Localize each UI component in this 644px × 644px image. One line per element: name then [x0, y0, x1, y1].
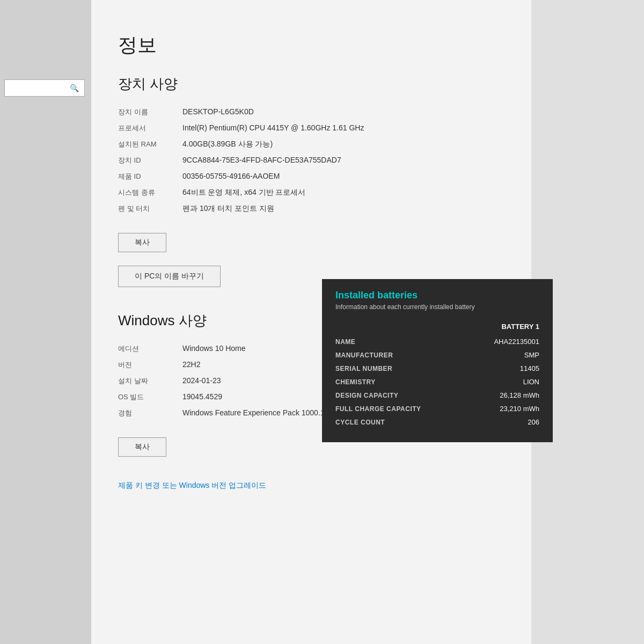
battery-column-header: BATTERY 1	[469, 320, 539, 335]
spec-value: 9CCA8844-75E3-4FFD-8AFC-DE53A755DAD7	[182, 152, 504, 169]
table-row: NAME AHA22135001	[335, 335, 539, 348]
spec-label: 설치된 RAM	[118, 136, 182, 152]
battery-label: CYCLE COUNT	[335, 415, 469, 429]
table-row: 펜 및 터치펜과 10개 터치 포인트 지원	[118, 201, 504, 217]
spec-value: 펜과 10개 터치 포인트 지원	[182, 201, 504, 217]
battery-overlay: Installed batteries Information about ea…	[322, 279, 553, 442]
device-section-title: 장치 사양	[118, 75, 504, 93]
rename-pc-button[interactable]: 이 PC의 이름 바꾸기	[118, 266, 221, 287]
spec-label: 시스템 종류	[118, 185, 182, 201]
battery-label: SERIAL NUMBER	[335, 362, 469, 375]
battery-table: BATTERY 1 NAME AHA22135001 MANUFACTURER …	[335, 320, 539, 429]
battery-value: AHA22135001	[469, 335, 539, 348]
battery-label: DESIGN CAPACITY	[335, 389, 469, 402]
spec-value: 64비트 운영 체제, x64 기반 프로세서	[182, 185, 504, 201]
spec-value: 00356-05755-49166-AAOEM	[182, 169, 504, 185]
search-box[interactable]: 🔍	[4, 79, 85, 97]
spec-label: 장치 이름	[118, 104, 182, 120]
battery-value: 26,128 mWh	[469, 389, 539, 402]
device-copy-button[interactable]: 복사	[118, 233, 166, 252]
device-spec-table: 장치 이름DESKTOP-L6G5K0D프로세서Intel(R) Pentium…	[118, 104, 504, 217]
battery-value: 11405	[469, 362, 539, 375]
battery-value: SMP	[469, 348, 539, 362]
table-row: SERIAL NUMBER 11405	[335, 362, 539, 375]
battery-value: LION	[469, 375, 539, 389]
windows-upgrade-link[interactable]: 제품 키 변경 또는 Windows 버전 업그레이드	[118, 481, 266, 491]
table-row: 설치된 RAM4.00GB(3.89GB 사용 가능)	[118, 136, 504, 152]
spec-label: 버전	[118, 357, 182, 373]
table-row: CHEMISTRY LION	[335, 375, 539, 389]
table-row: 장치 ID9CCA8844-75E3-4FFD-8AFC-DE53A755DAD…	[118, 152, 504, 169]
spec-label: 프로세서	[118, 120, 182, 136]
battery-label: MANUFACTURER	[335, 348, 469, 362]
windows-copy-button[interactable]: 복사	[118, 437, 166, 457]
spec-label: 경험	[118, 405, 182, 421]
table-row: 장치 이름DESKTOP-L6G5K0D	[118, 104, 504, 120]
left-sidebar: 🔍	[0, 0, 91, 644]
spec-value: DESKTOP-L6G5K0D	[182, 104, 504, 120]
spec-value: Intel(R) Pentium(R) CPU 4415Y @ 1.60GHz …	[182, 120, 504, 136]
table-row: MANUFACTURER SMP	[335, 348, 539, 362]
spec-label: 장치 ID	[118, 152, 182, 169]
spec-label: OS 빌드	[118, 389, 182, 405]
table-row: FULL CHARGE CAPACITY 23,210 mWh	[335, 402, 539, 415]
spec-label: 제품 ID	[118, 169, 182, 185]
battery-value: 23,210 mWh	[469, 402, 539, 415]
spec-value: 4.00GB(3.89GB 사용 가능)	[182, 136, 504, 152]
search-icon: 🔍	[70, 84, 79, 92]
table-row: DESIGN CAPACITY 26,128 mWh	[335, 389, 539, 402]
battery-label: FULL CHARGE CAPACITY	[335, 402, 469, 415]
battery-overlay-title: Installed batteries	[335, 290, 539, 301]
table-row: 시스템 종류64비트 운영 체제, x64 기반 프로세서	[118, 185, 504, 201]
battery-overlay-subtitle: Information about each currently install…	[335, 303, 539, 311]
battery-label: CHEMISTRY	[335, 375, 469, 389]
table-row: 제품 ID00356-05755-49166-AAOEM	[118, 169, 504, 185]
page-title: 정보	[118, 32, 504, 58]
spec-label: 펜 및 터치	[118, 201, 182, 217]
spec-label: 에디션	[118, 341, 182, 357]
battery-label: NAME	[335, 335, 469, 348]
table-row: CYCLE COUNT 206	[335, 415, 539, 429]
table-row: 프로세서Intel(R) Pentium(R) CPU 4415Y @ 1.60…	[118, 120, 504, 136]
battery-value: 206	[469, 415, 539, 429]
spec-label: 설치 날짜	[118, 373, 182, 389]
